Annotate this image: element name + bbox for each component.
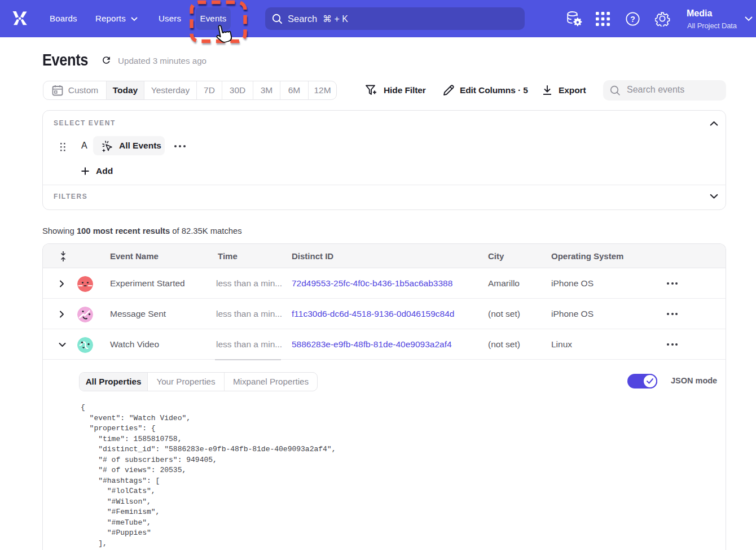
svg-text:?: ? <box>630 15 635 24</box>
